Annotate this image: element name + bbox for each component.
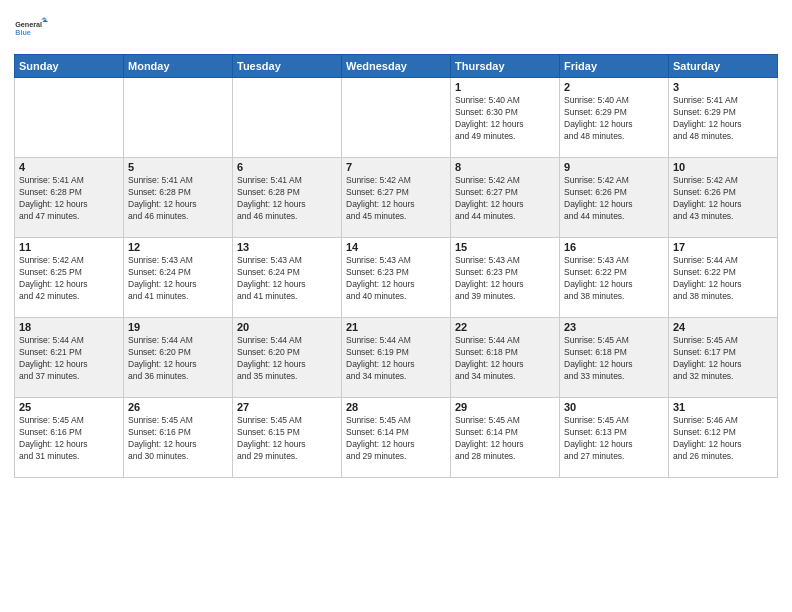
calendar-day-14: 14Sunrise: 5:43 AM Sunset: 6:23 PM Dayli… xyxy=(342,238,451,318)
day-info: Sunrise: 5:45 AM Sunset: 6:15 PM Dayligh… xyxy=(237,415,337,463)
day-number: 6 xyxy=(237,161,337,173)
day-number: 14 xyxy=(346,241,446,253)
day-number: 12 xyxy=(128,241,228,253)
calendar-day-13: 13Sunrise: 5:43 AM Sunset: 6:24 PM Dayli… xyxy=(233,238,342,318)
day-number: 25 xyxy=(19,401,119,413)
day-info: Sunrise: 5:42 AM Sunset: 6:27 PM Dayligh… xyxy=(455,175,555,223)
calendar-day-6: 6Sunrise: 5:41 AM Sunset: 6:28 PM Daylig… xyxy=(233,158,342,238)
calendar-day-11: 11Sunrise: 5:42 AM Sunset: 6:25 PM Dayli… xyxy=(15,238,124,318)
svg-marker-3 xyxy=(41,17,47,19)
day-number: 19 xyxy=(128,321,228,333)
calendar-header-thursday: Thursday xyxy=(451,55,560,78)
day-info: Sunrise: 5:42 AM Sunset: 6:26 PM Dayligh… xyxy=(673,175,773,223)
day-number: 9 xyxy=(564,161,664,173)
day-number: 27 xyxy=(237,401,337,413)
day-number: 2 xyxy=(564,81,664,93)
calendar-header-sunday: Sunday xyxy=(15,55,124,78)
calendar-day-24: 24Sunrise: 5:45 AM Sunset: 6:17 PM Dayli… xyxy=(669,318,778,398)
calendar-day-20: 20Sunrise: 5:44 AM Sunset: 6:20 PM Dayli… xyxy=(233,318,342,398)
day-number: 20 xyxy=(237,321,337,333)
day-info: Sunrise: 5:42 AM Sunset: 6:25 PM Dayligh… xyxy=(19,255,119,303)
day-number: 18 xyxy=(19,321,119,333)
calendar-empty-cell xyxy=(233,78,342,158)
day-info: Sunrise: 5:45 AM Sunset: 6:16 PM Dayligh… xyxy=(128,415,228,463)
day-number: 31 xyxy=(673,401,773,413)
calendar-day-16: 16Sunrise: 5:43 AM Sunset: 6:22 PM Dayli… xyxy=(560,238,669,318)
day-info: Sunrise: 5:45 AM Sunset: 6:13 PM Dayligh… xyxy=(564,415,664,463)
day-number: 8 xyxy=(455,161,555,173)
day-info: Sunrise: 5:42 AM Sunset: 6:27 PM Dayligh… xyxy=(346,175,446,223)
day-info: Sunrise: 5:41 AM Sunset: 6:28 PM Dayligh… xyxy=(237,175,337,223)
calendar-week-row: 25Sunrise: 5:45 AM Sunset: 6:16 PM Dayli… xyxy=(15,398,778,478)
day-info: Sunrise: 5:44 AM Sunset: 6:20 PM Dayligh… xyxy=(128,335,228,383)
day-number: 15 xyxy=(455,241,555,253)
calendar-week-row: 11Sunrise: 5:42 AM Sunset: 6:25 PM Dayli… xyxy=(15,238,778,318)
day-number: 24 xyxy=(673,321,773,333)
day-number: 23 xyxy=(564,321,664,333)
calendar-week-row: 4Sunrise: 5:41 AM Sunset: 6:28 PM Daylig… xyxy=(15,158,778,238)
day-info: Sunrise: 5:45 AM Sunset: 6:14 PM Dayligh… xyxy=(346,415,446,463)
calendar-day-15: 15Sunrise: 5:43 AM Sunset: 6:23 PM Dayli… xyxy=(451,238,560,318)
day-info: Sunrise: 5:41 AM Sunset: 6:28 PM Dayligh… xyxy=(19,175,119,223)
day-info: Sunrise: 5:44 AM Sunset: 6:19 PM Dayligh… xyxy=(346,335,446,383)
calendar-day-28: 28Sunrise: 5:45 AM Sunset: 6:14 PM Dayli… xyxy=(342,398,451,478)
day-info: Sunrise: 5:43 AM Sunset: 6:23 PM Dayligh… xyxy=(455,255,555,303)
calendar-day-2: 2Sunrise: 5:40 AM Sunset: 6:29 PM Daylig… xyxy=(560,78,669,158)
calendar-empty-cell xyxy=(15,78,124,158)
calendar-day-31: 31Sunrise: 5:46 AM Sunset: 6:12 PM Dayli… xyxy=(669,398,778,478)
calendar-empty-cell xyxy=(124,78,233,158)
calendar-day-12: 12Sunrise: 5:43 AM Sunset: 6:24 PM Dayli… xyxy=(124,238,233,318)
day-info: Sunrise: 5:41 AM Sunset: 6:29 PM Dayligh… xyxy=(673,95,773,143)
calendar-header-tuesday: Tuesday xyxy=(233,55,342,78)
day-number: 16 xyxy=(564,241,664,253)
day-number: 5 xyxy=(128,161,228,173)
calendar-day-9: 9Sunrise: 5:42 AM Sunset: 6:26 PM Daylig… xyxy=(560,158,669,238)
calendar-header-saturday: Saturday xyxy=(669,55,778,78)
day-info: Sunrise: 5:46 AM Sunset: 6:12 PM Dayligh… xyxy=(673,415,773,463)
day-info: Sunrise: 5:42 AM Sunset: 6:26 PM Dayligh… xyxy=(564,175,664,223)
calendar-day-10: 10Sunrise: 5:42 AM Sunset: 6:26 PM Dayli… xyxy=(669,158,778,238)
day-info: Sunrise: 5:43 AM Sunset: 6:22 PM Dayligh… xyxy=(564,255,664,303)
day-info: Sunrise: 5:44 AM Sunset: 6:20 PM Dayligh… xyxy=(237,335,337,383)
svg-text:Blue: Blue xyxy=(15,28,31,37)
calendar-header-monday: Monday xyxy=(124,55,233,78)
day-number: 26 xyxy=(128,401,228,413)
day-number: 13 xyxy=(237,241,337,253)
day-number: 1 xyxy=(455,81,555,93)
svg-text:General: General xyxy=(15,20,42,29)
calendar-day-22: 22Sunrise: 5:44 AM Sunset: 6:18 PM Dayli… xyxy=(451,318,560,398)
calendar-day-8: 8Sunrise: 5:42 AM Sunset: 6:27 PM Daylig… xyxy=(451,158,560,238)
calendar-day-17: 17Sunrise: 5:44 AM Sunset: 6:22 PM Dayli… xyxy=(669,238,778,318)
calendar-day-7: 7Sunrise: 5:42 AM Sunset: 6:27 PM Daylig… xyxy=(342,158,451,238)
day-info: Sunrise: 5:44 AM Sunset: 6:21 PM Dayligh… xyxy=(19,335,119,383)
calendar-day-27: 27Sunrise: 5:45 AM Sunset: 6:15 PM Dayli… xyxy=(233,398,342,478)
calendar-header-wednesday: Wednesday xyxy=(342,55,451,78)
day-number: 4 xyxy=(19,161,119,173)
day-number: 10 xyxy=(673,161,773,173)
day-number: 3 xyxy=(673,81,773,93)
day-info: Sunrise: 5:45 AM Sunset: 6:14 PM Dayligh… xyxy=(455,415,555,463)
calendar-day-3: 3Sunrise: 5:41 AM Sunset: 6:29 PM Daylig… xyxy=(669,78,778,158)
day-number: 28 xyxy=(346,401,446,413)
calendar-day-18: 18Sunrise: 5:44 AM Sunset: 6:21 PM Dayli… xyxy=(15,318,124,398)
calendar-day-30: 30Sunrise: 5:45 AM Sunset: 6:13 PM Dayli… xyxy=(560,398,669,478)
logo: General Blue xyxy=(14,10,50,46)
day-number: 21 xyxy=(346,321,446,333)
day-info: Sunrise: 5:44 AM Sunset: 6:18 PM Dayligh… xyxy=(455,335,555,383)
day-info: Sunrise: 5:45 AM Sunset: 6:18 PM Dayligh… xyxy=(564,335,664,383)
day-info: Sunrise: 5:43 AM Sunset: 6:24 PM Dayligh… xyxy=(237,255,337,303)
day-info: Sunrise: 5:45 AM Sunset: 6:17 PM Dayligh… xyxy=(673,335,773,383)
calendar-day-19: 19Sunrise: 5:44 AM Sunset: 6:20 PM Dayli… xyxy=(124,318,233,398)
day-number: 11 xyxy=(19,241,119,253)
day-info: Sunrise: 5:45 AM Sunset: 6:16 PM Dayligh… xyxy=(19,415,119,463)
day-info: Sunrise: 5:40 AM Sunset: 6:30 PM Dayligh… xyxy=(455,95,555,143)
calendar-day-4: 4Sunrise: 5:41 AM Sunset: 6:28 PM Daylig… xyxy=(15,158,124,238)
calendar-day-5: 5Sunrise: 5:41 AM Sunset: 6:28 PM Daylig… xyxy=(124,158,233,238)
day-info: Sunrise: 5:41 AM Sunset: 6:28 PM Dayligh… xyxy=(128,175,228,223)
day-info: Sunrise: 5:44 AM Sunset: 6:22 PM Dayligh… xyxy=(673,255,773,303)
page-header: General Blue xyxy=(14,10,778,46)
calendar-day-25: 25Sunrise: 5:45 AM Sunset: 6:16 PM Dayli… xyxy=(15,398,124,478)
calendar-week-row: 18Sunrise: 5:44 AM Sunset: 6:21 PM Dayli… xyxy=(15,318,778,398)
day-number: 7 xyxy=(346,161,446,173)
calendar-header-row: SundayMondayTuesdayWednesdayThursdayFrid… xyxy=(15,55,778,78)
